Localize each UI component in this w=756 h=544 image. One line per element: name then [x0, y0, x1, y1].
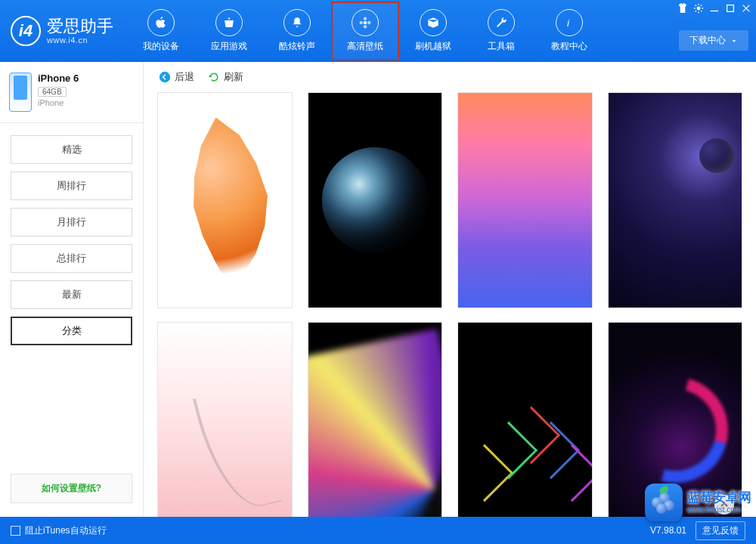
svg-point-4 [367, 21, 371, 25]
wallpaper-thumb[interactable] [157, 322, 293, 517]
sidebar-item-latest[interactable]: 最新 [11, 280, 132, 309]
device-icon [9, 73, 32, 112]
download-center-button[interactable]: 下载中心 [679, 30, 748, 51]
sidebar: iPhone 6 64GB iPhone 精选 周排行 月排行 总排行 最新 分… [0, 62, 144, 517]
logo-icon: i4 [11, 16, 41, 46]
sidebar-item-week-rank[interactable]: 周排行 [11, 172, 132, 200]
settings-icon[interactable] [693, 3, 704, 14]
svg-text:i: i [567, 17, 570, 29]
app-name-en: www.i4.cn [47, 36, 113, 45]
help-set-wallpaper[interactable]: 如何设置壁纸? [11, 474, 132, 503]
sidebar-item-featured[interactable]: 精选 [11, 135, 132, 164]
sidebar-nav: 精选 周排行 月排行 总排行 最新 分类 [0, 123, 143, 357]
refresh-button[interactable]: 刷新 [208, 70, 243, 84]
device-block[interactable]: iPhone 6 64GB iPhone [0, 62, 143, 123]
scroll-top-button[interactable] [714, 495, 734, 515]
close-icon[interactable] [741, 3, 751, 14]
nav-wallpapers[interactable]: 高清壁纸 [331, 2, 399, 60]
wallpaper-thumb[interactable]: 第16页 [608, 322, 743, 517]
flower-icon [352, 9, 379, 36]
block-itunes-label: 阻止iTunes自动运行 [25, 524, 107, 537]
wallpaper-thumb[interactable] [608, 92, 743, 308]
wallpaper-thumb[interactable] [308, 322, 443, 517]
box-icon [420, 9, 447, 36]
svg-point-1 [364, 17, 367, 21]
svg-point-3 [360, 21, 364, 25]
refresh-icon [208, 71, 220, 83]
download-icon [730, 37, 738, 45]
nav-flash-jailbreak[interactable]: 刷机越狱 [399, 2, 467, 60]
app-header: i4 爱思助手 www.i4.cn 我的设备 应用游戏 酷炫铃声 高清壁纸 刷机… [0, 0, 756, 62]
svg-point-6 [697, 7, 700, 10]
maximize-icon[interactable] [725, 3, 736, 14]
sidebar-item-month-rank[interactable]: 月排行 [11, 208, 132, 236]
shirt-icon[interactable] [677, 3, 688, 14]
device-storage: 64GB [38, 87, 67, 97]
svg-point-11 [160, 72, 170, 82]
version-label: V7.98.01 [650, 525, 686, 536]
main-nav: 我的设备 应用游戏 酷炫铃声 高清壁纸 刷机越狱 工具箱 i 教程中心 [127, 2, 603, 60]
device-name: iPhone 6 [38, 73, 79, 84]
wallpaper-thumb[interactable] [308, 92, 443, 308]
info-icon: i [556, 9, 583, 36]
sidebar-item-total-rank[interactable]: 总排行 [11, 244, 132, 273]
main-area: iPhone 6 64GB iPhone 精选 周排行 月排行 总排行 最新 分… [0, 62, 756, 517]
nav-ringtones[interactable]: 酷炫铃声 [263, 2, 331, 60]
minimize-icon[interactable] [709, 3, 720, 14]
back-button[interactable]: 后退 [159, 70, 194, 84]
window-controls [677, 3, 751, 14]
content-toolbar: 后退 刷新 [144, 62, 756, 92]
content-area: 后退 刷新 [144, 62, 756, 517]
app-name-cn: 爱思助手 [47, 17, 113, 35]
wallpaper-thumb[interactable] [457, 322, 593, 517]
svg-rect-8 [727, 5, 734, 12]
sidebar-item-categories[interactable]: 分类 [11, 317, 132, 345]
wrench-icon [488, 9, 515, 36]
svg-point-0 [364, 21, 367, 25]
app-logo: i4 爱思助手 www.i4.cn [11, 16, 113, 46]
feedback-button[interactable]: 意见反馈 [696, 521, 745, 540]
device-type: iPhone [38, 98, 79, 107]
nav-app-games[interactable]: 应用游戏 [195, 2, 263, 60]
nav-my-device[interactable]: 我的设备 [127, 2, 195, 60]
chevron-up-icon [720, 500, 729, 509]
nav-toolbox[interactable]: 工具箱 [467, 2, 535, 60]
nav-tutorials[interactable]: i 教程中心 [535, 2, 603, 60]
svg-point-2 [364, 25, 367, 29]
back-icon [159, 71, 171, 83]
apple-icon [147, 9, 175, 36]
block-itunes-checkbox[interactable] [11, 526, 20, 536]
store-icon [215, 9, 243, 36]
wallpaper-grid: 第16页 [144, 92, 756, 517]
status-bar: 阻止iTunes自动运行 V7.98.01 意见反馈 [0, 517, 756, 544]
wallpaper-thumb[interactable] [157, 92, 293, 308]
wallpaper-thumb[interactable] [457, 92, 593, 308]
bell-icon [284, 9, 311, 36]
